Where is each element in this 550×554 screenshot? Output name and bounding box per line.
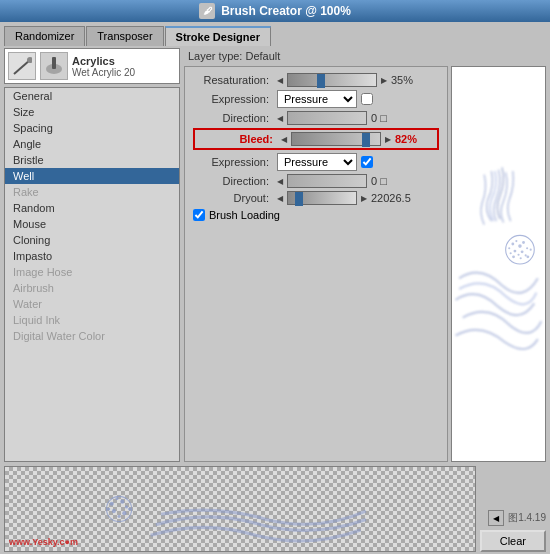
direction2-value: 0 □ — [371, 175, 411, 187]
brush-loading-checkbox[interactable] — [193, 209, 205, 221]
svg-point-16 — [512, 255, 515, 258]
expression1-select[interactable]: Pressure — [277, 90, 357, 108]
direction1-slider[interactable] — [287, 111, 367, 125]
bottom-panel: www.Yesky.c●m ◀ 图1.4.19 Clear — [0, 464, 550, 554]
dryout-slider[interactable] — [287, 191, 357, 205]
svg-point-23 — [120, 500, 124, 504]
svg-rect-3 — [52, 57, 56, 69]
scroll-left-button[interactable]: ◀ — [488, 510, 504, 526]
svg-point-17 — [520, 257, 522, 259]
dryout-right-arrow[interactable]: ▶ — [361, 194, 367, 203]
svg-point-10 — [514, 250, 517, 253]
expression1-checkbox[interactable] — [361, 93, 373, 105]
svg-point-28 — [128, 507, 131, 510]
right-panel: Layer type: Default Resaturation: ◀ ▶ 35… — [182, 46, 550, 464]
nav-item-size[interactable]: Size — [5, 104, 179, 120]
brush-category: Acrylics — [72, 55, 135, 67]
direction2-row: Direction: ◀ 0 □ — [193, 174, 439, 188]
tab-bar: Randomizer Transposer Stroke Designer — [0, 22, 550, 46]
brush-loading-row: Brush Loading — [193, 209, 439, 221]
expression2-select[interactable]: Pressure — [277, 153, 357, 171]
direction2-left-arrow[interactable]: ◀ — [277, 177, 283, 186]
svg-point-9 — [526, 247, 528, 249]
svg-point-13 — [525, 254, 527, 256]
dryout-left-arrow[interactable]: ◀ — [277, 194, 283, 203]
resaturation-handle[interactable] — [317, 74, 325, 88]
nav-item-angle[interactable]: Angle — [5, 136, 179, 152]
dryout-label: Dryout: — [193, 192, 273, 204]
svg-point-19 — [510, 252, 512, 254]
main-container: Randomizer Transposer Stroke Designer Ac… — [0, 22, 550, 554]
nav-item-impasto[interactable]: Impasto — [5, 248, 179, 264]
svg-point-11 — [517, 254, 519, 256]
nav-item-digital-water: Digital Water Color — [5, 328, 179, 344]
direction1-left-arrow[interactable]: ◀ — [277, 114, 283, 123]
nav-item-cloning[interactable]: Cloning — [5, 232, 179, 248]
bleed-slider[interactable] — [291, 132, 381, 146]
params-area: Resaturation: ◀ ▶ 35% Expression: Pressu… — [184, 66, 448, 462]
bleed-label: Bleed: — [197, 133, 277, 145]
bleed-value: 82% — [395, 133, 435, 145]
nav-item-well[interactable]: Well — [5, 168, 179, 184]
resaturation-row: Resaturation: ◀ ▶ 35% — [193, 73, 439, 87]
resaturation-left-arrow[interactable]: ◀ — [277, 76, 283, 85]
tab-randomizer[interactable]: Randomizer — [4, 26, 85, 46]
svg-point-21 — [110, 502, 114, 506]
bleed-right-arrow[interactable]: ▶ — [385, 135, 391, 144]
svg-point-12 — [521, 250, 524, 253]
params-preview-row: Resaturation: ◀ ▶ 35% Expression: Pressu… — [184, 66, 546, 462]
brush-preview-svg — [452, 67, 545, 461]
expression2-checkbox[interactable] — [361, 156, 373, 168]
bleed-left-arrow[interactable]: ◀ — [281, 135, 287, 144]
svg-point-24 — [125, 505, 128, 508]
nav-item-liquid-ink: Liquid Ink — [5, 312, 179, 328]
nav-item-airbrush: Airbrush — [5, 280, 179, 296]
svg-point-25 — [112, 509, 116, 513]
svg-point-18 — [526, 255, 529, 258]
svg-point-15 — [530, 249, 532, 251]
preview-area — [451, 66, 546, 462]
expression2-label: Expression: — [193, 156, 273, 168]
svg-line-0 — [14, 60, 30, 74]
nav-item-random[interactable]: Random — [5, 200, 179, 216]
clear-button[interactable]: Clear — [480, 530, 546, 552]
resaturation-right-arrow[interactable]: ▶ — [381, 76, 387, 85]
resaturation-label: Resaturation: — [193, 74, 273, 86]
expression2-row: Expression: Pressure — [193, 153, 439, 171]
brush-selector[interactable]: Acrylics Wet Acrylic 20 — [4, 48, 180, 84]
direction2-slider[interactable] — [287, 174, 367, 188]
dryout-row: Dryout: ◀ ▶ 22026.5 — [193, 191, 439, 205]
svg-point-8 — [522, 241, 525, 244]
tab-transposer[interactable]: Transposer — [86, 26, 163, 46]
expression1-label: Expression: — [193, 93, 273, 105]
nav-list: General Size Spacing Angle Bristle Well … — [4, 87, 180, 462]
nav-item-bristle[interactable]: Bristle — [5, 152, 179, 168]
nav-item-mouse[interactable]: Mouse — [5, 216, 179, 232]
title-bar: 🖌 Brush Creator @ 100% — [0, 0, 550, 22]
brush-loading-label: Brush Loading — [209, 209, 280, 221]
expression1-row: Expression: Pressure — [193, 90, 439, 108]
bottom-right-controls: ◀ 图1.4.19 Clear — [480, 466, 546, 552]
direction1-value: 0 □ — [371, 112, 411, 124]
svg-point-5 — [511, 243, 514, 246]
direction1-row: Direction: ◀ 0 □ — [193, 111, 439, 125]
svg-point-26 — [118, 515, 121, 518]
dryout-handle[interactable] — [295, 192, 303, 206]
brush-name: Wet Acrylic 20 — [72, 67, 135, 78]
bleed-handle[interactable] — [362, 133, 370, 147]
tab-stroke-designer[interactable]: Stroke Designer — [165, 26, 271, 46]
direction1-label: Direction: — [193, 112, 273, 124]
scroll-controls: ◀ 图1.4.19 — [488, 510, 546, 526]
brush-names: Acrylics Wet Acrylic 20 — [72, 55, 135, 78]
resaturation-slider[interactable] — [287, 73, 377, 87]
nav-item-general[interactable]: General — [5, 88, 179, 104]
content-area: Acrylics Wet Acrylic 20 General Size Spa… — [0, 46, 550, 464]
resaturation-value: 35% — [391, 74, 431, 86]
layer-type-label: Layer type: Default — [184, 48, 546, 64]
window-title: Brush Creator @ 100% — [221, 4, 351, 18]
svg-point-29 — [107, 507, 110, 510]
brush-icon-1 — [8, 52, 36, 80]
figure-label: 图1.4.19 — [508, 511, 546, 525]
svg-point-27 — [122, 511, 126, 515]
nav-item-spacing[interactable]: Spacing — [5, 120, 179, 136]
